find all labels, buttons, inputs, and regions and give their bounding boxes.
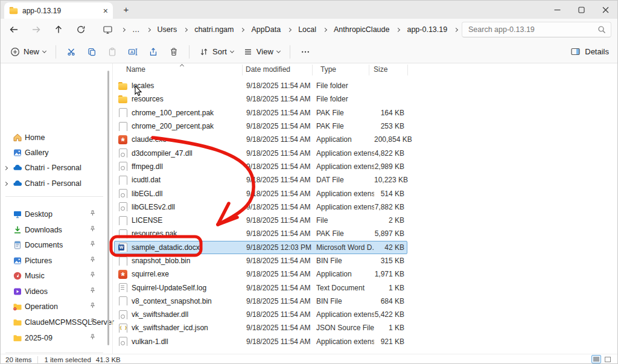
sidebar-item-documents[interactable]: Documents (1, 238, 104, 252)
tab-close-icon[interactable]: × (103, 7, 108, 15)
file-row[interactable]: snapshot_blob.bin 9/18/2025 11:54 AM BIN… (114, 254, 407, 267)
details-pane-button[interactable]: Details (570, 47, 609, 56)
file-name: chrome_200_percent.pak (132, 122, 214, 130)
breadcrumb-local[interactable]: Local (296, 24, 318, 35)
file-row[interactable]: libGLESv2.dll 9/18/2025 11:54 AM Applica… (114, 200, 407, 214)
expand-chevron-icon[interactable] (4, 165, 8, 170)
this-pc-icon[interactable] (98, 21, 116, 38)
gallery-icon (13, 148, 22, 158)
file-icon (118, 229, 127, 238)
file-row[interactable]: v8_context_snapshot.bin 9/18/2025 11:54 … (114, 295, 407, 308)
sidebar-item-downloads[interactable]: Downloads (1, 223, 104, 237)
search-box[interactable] (462, 22, 611, 37)
column-separator[interactable] (242, 65, 243, 75)
share-button[interactable] (143, 42, 164, 62)
sidebar-item-gallery[interactable]: Gallery (1, 145, 104, 160)
sidebar-item-operation[interactable]: Operation (1, 299, 104, 314)
chevron-right-icon[interactable] (121, 27, 126, 31)
breadcrumb-anthropicclaude[interactable]: AnthropicClaude (332, 24, 391, 35)
chevron-right-icon[interactable] (454, 27, 458, 31)
column-separator[interactable] (407, 65, 408, 75)
column-separator[interactable] (312, 65, 313, 75)
svg-text:A: A (130, 49, 133, 54)
file-row[interactable]: ffmpeg.dll 9/18/2025 11:54 AM Applicatio… (114, 160, 407, 173)
status-bar: 20 items 1 item selected 41.3 KB (1, 354, 617, 364)
file-row[interactable]: claude.exe 9/18/2025 11:54 AM Applicatio… (114, 133, 407, 146)
details-view-button[interactable] (591, 355, 601, 363)
minimize-button[interactable] (545, 1, 569, 19)
new-tab-button[interactable]: + (119, 3, 133, 16)
sidebar-item-desktop[interactable]: Desktop (1, 207, 104, 222)
chevron-right-icon[interactable] (396, 27, 400, 31)
file-row[interactable]: resources 9/18/2025 11:54 AM File folder (114, 92, 407, 106)
sidebar-item-music[interactable]: Music (1, 269, 104, 283)
column-header-type[interactable]: Type (320, 65, 336, 74)
sidebar-item-claudemcpmssqlserver[interactable]: ClaudeMCPMSSQLServer (1, 315, 104, 330)
chevron-right-icon[interactable] (323, 27, 327, 31)
file-row[interactable]: squirrel.exe 9/18/2025 11:54 AM Applicat… (114, 267, 407, 281)
sidebar-item-onedrive-1[interactable]: Chatri - Personal (1, 161, 104, 175)
sidebar-item-onedrive-2[interactable]: Chatri - Personal (1, 176, 104, 191)
file-row[interactable]: sample_datadic.docx 9/18/2025 12:03 PM M… (114, 241, 407, 254)
breadcrumb-appdata[interactable]: AppData (249, 24, 282, 35)
sidebar-item-2025-09[interactable]: 2025-09 (1, 331, 104, 345)
paste-button[interactable] (102, 42, 123, 62)
sidebar-item-pictures[interactable]: Pictures (1, 254, 104, 268)
file-row[interactable]: libEGL.dll 9/18/2025 11:54 AM Applicatio… (114, 187, 407, 200)
chevron-down-icon (276, 48, 281, 53)
file-row[interactable]: locales 9/18/2025 11:54 AM File folder (114, 79, 407, 92)
new-button[interactable]: New (5, 42, 51, 62)
new-button-label: New (24, 47, 39, 56)
column-header-size[interactable]: Size (374, 65, 387, 74)
search-input[interactable] (462, 25, 597, 34)
delete-button[interactable] (164, 42, 184, 62)
file-row[interactable]: vk_swiftshader_icd.json 9/18/2025 11:54 … (114, 321, 407, 334)
rename-button[interactable]: A (123, 42, 143, 62)
chevron-right-icon[interactable] (287, 27, 291, 31)
sidebar-item-videos[interactable]: Videos (1, 284, 104, 299)
up-button[interactable] (49, 21, 68, 38)
expand-chevron-icon[interactable] (4, 181, 8, 185)
refresh-button[interactable] (72, 21, 90, 38)
breadcrumb-user[interactable]: chatri.ngam (193, 24, 235, 35)
maximize-button[interactable] (569, 1, 593, 19)
file-row[interactable]: vulkan-1.dll 9/18/2025 11:54 AM Applicat… (114, 335, 407, 348)
column-header-date-modified[interactable]: Date modified (246, 65, 290, 74)
file-row[interactable]: LICENSE 9/18/2025 11:54 AM File 2 KB (114, 214, 407, 227)
file-row[interactable]: chrome_100_percent.pak 9/18/2025 11:54 A… (114, 106, 407, 120)
column-header-name[interactable]: Name (126, 65, 145, 74)
sidebar-scrollbar[interactable] (107, 71, 109, 345)
sort-button[interactable]: Sort (194, 42, 238, 62)
file-name: vk_swiftshader.dll (132, 310, 188, 319)
pin-icon (89, 257, 96, 263)
file-type: File (316, 216, 374, 225)
forward-button[interactable] (27, 21, 45, 38)
file-row[interactable]: Squirrel-UpdateSelf.log 9/18/2025 11:54 … (114, 281, 407, 294)
file-name: snapshot_blob.bin (132, 257, 190, 265)
breadcrumb-overflow[interactable]: … (130, 24, 142, 35)
sidebar-item-home[interactable]: Home (1, 130, 104, 145)
sidebar-divider (5, 196, 103, 197)
cut-button[interactable] (61, 42, 81, 62)
close-button[interactable] (593, 1, 617, 19)
view-button[interactable]: View (238, 42, 285, 62)
chevron-right-icon[interactable] (240, 27, 244, 31)
more-options-button[interactable] (295, 42, 316, 62)
file-size: 2 KB (374, 216, 404, 225)
back-button[interactable] (5, 21, 23, 38)
file-row[interactable]: chrome_200_percent.pak 9/18/2025 11:54 A… (114, 120, 407, 133)
column-separator[interactable] (369, 65, 369, 75)
explorer-tab[interactable]: app-0.13.19 × (4, 2, 113, 19)
breadcrumb-users[interactable]: Users (156, 24, 179, 35)
file-row[interactable]: resources.pak 9/18/2025 11:54 AM PAK Fil… (114, 227, 407, 240)
file-row[interactable]: d3dcompiler_47.dll 9/18/2025 11:54 AM Ap… (114, 146, 407, 159)
file-row[interactable]: icudtl.dat 9/18/2025 11:54 AM DAT File 1… (114, 173, 407, 187)
folder-icon (13, 333, 22, 343)
chevron-right-icon[interactable] (183, 27, 188, 31)
copy-button[interactable] (81, 42, 102, 62)
file-rows: locales 9/18/2025 11:54 AM File folder r… (114, 79, 407, 348)
breadcrumb-current-folder[interactable]: app-0.13.19 (405, 24, 449, 35)
file-row[interactable]: vk_swiftshader.dll 9/18/2025 11:54 AM Ap… (114, 308, 407, 321)
sidebar-item-label: Chatri - Personal (25, 164, 81, 172)
thumbnails-view-button[interactable] (603, 355, 613, 363)
